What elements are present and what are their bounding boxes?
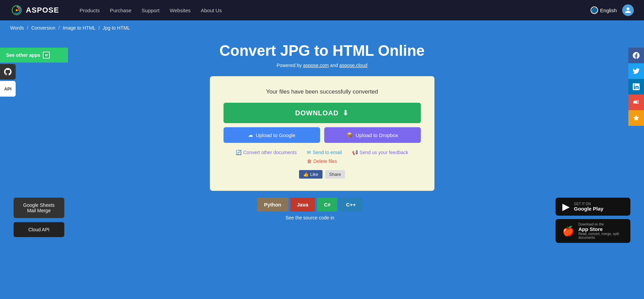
megaphone-button[interactable]: [628, 95, 644, 110]
cloud-buttons: ☁ Upload to Google 📦 Upload to Dropbox: [224, 127, 421, 143]
main-content: Convert JPG to HTML Online Powered by as…: [0, 35, 644, 260]
app-store-text: Download on the App Store Read, convert,…: [578, 222, 624, 239]
apple-icon: 🍎: [562, 226, 574, 237]
feedback-link[interactable]: 📢 Send us your feedback: [352, 150, 408, 155]
breadcrumb-sep2: /: [59, 25, 61, 31]
page-title: Convert JPG to HTML Online: [219, 42, 425, 59]
twitter-icon: [633, 68, 640, 74]
upload-dropbox-label: Upload to Dropbox: [356, 132, 398, 138]
google-play-main: Google Play: [574, 206, 604, 212]
left-bottom-buttons: Google Sheets Mail Merge Cloud API: [14, 198, 64, 237]
nav-about[interactable]: About Us: [201, 7, 222, 13]
svg-point-1: [16, 9, 18, 11]
megaphone-icon: [633, 99, 640, 106]
aspose-cloud-link[interactable]: aspose.cloud: [339, 63, 367, 68]
google-play-icon: ▶: [562, 201, 570, 212]
like-label: Like: [310, 172, 318, 177]
app-store-section: ▶ GET IT ON Google Play 🍎 Download on th…: [556, 198, 630, 243]
breadcrumb-image-to-html[interactable]: Image to HTML: [63, 25, 95, 31]
breadcrumb-conversion[interactable]: Conversion: [31, 25, 55, 31]
and-text: and: [329, 63, 339, 68]
nav-links: Products Purchase Support Websites About…: [80, 7, 222, 13]
aspose-com-link[interactable]: aspose.com: [303, 63, 329, 68]
see-other-apps-button[interactable]: See other apps W: [0, 48, 68, 63]
see-other-apps-label: See other apps: [6, 52, 40, 58]
github-icon: [4, 68, 12, 76]
nav-right: 🌐 English: [591, 4, 634, 16]
app-store-desc: Read, convert, merge, split documents: [578, 232, 624, 239]
breadcrumb-sep1: /: [27, 25, 30, 31]
success-message: Your files have been successfully conver…: [224, 88, 421, 95]
fb-like-button[interactable]: 👍 Like: [299, 170, 323, 179]
google-sheets-line2: Mail Merge: [27, 208, 51, 213]
python-button[interactable]: Python: [257, 198, 288, 212]
dropbox-icon: 📦: [346, 132, 353, 138]
globe-icon: 🌐: [591, 6, 598, 14]
api-button[interactable]: API: [0, 81, 16, 97]
user-avatar[interactable]: [622, 4, 634, 16]
google-sheets-line1: Google Sheets: [23, 202, 55, 208]
download-icon: ⬇: [343, 109, 349, 117]
facebook-button[interactable]: [628, 48, 644, 63]
send-email-label: Send to email: [313, 150, 342, 155]
action-links: 🔄 Convert other documents ✉ Send to emai…: [224, 150, 421, 164]
doc-icon: W: [43, 52, 50, 59]
powered-by: Powered by aspose.com and aspose.cloud: [277, 63, 367, 68]
breadcrumb-words[interactable]: Words: [10, 25, 24, 31]
brand-name: ASPOSE: [26, 6, 59, 15]
download-label: DOWNLOAD: [295, 109, 339, 117]
language-label: English: [600, 7, 617, 13]
language-button[interactable]: 🌐 English: [591, 6, 617, 14]
java-button[interactable]: Java: [290, 198, 315, 212]
source-code-label: See the source code in: [257, 215, 363, 220]
email-icon: ✉: [307, 150, 311, 155]
bottom-section: Google Sheets Mail Merge Cloud API Pytho…: [0, 191, 644, 250]
share-label: Share: [329, 172, 341, 177]
nav-products[interactable]: Products: [80, 7, 100, 13]
upload-google-button[interactable]: ☁ Upload to Google: [224, 127, 320, 143]
delete-icon: 🗑: [307, 159, 312, 164]
linkedin-icon: [633, 83, 640, 90]
app-store-main: App Store: [578, 226, 624, 232]
google-play-sub: GET IT ON: [574, 202, 604, 206]
delete-link[interactable]: 🗑 Delete files: [307, 159, 337, 164]
breadcrumb: Words / Conversion / Image to HTML / Jpg…: [0, 20, 644, 35]
feedback-icon: 📢: [352, 150, 358, 155]
convert-other-icon: 🔄: [236, 150, 242, 155]
download-button[interactable]: DOWNLOAD ⬇: [224, 103, 421, 123]
app-store-button[interactable]: 🍎 Download on the App Store Read, conver…: [556, 219, 630, 243]
language-buttons: Python Java C# C++: [257, 198, 363, 212]
fb-like-area: 👍 Like Share: [224, 170, 421, 179]
breadcrumb-sep3: /: [98, 25, 101, 31]
convert-other-link[interactable]: 🔄 Convert other documents: [236, 150, 297, 155]
left-sidebar: See other apps W API: [0, 48, 68, 97]
facebook-icon: [633, 52, 640, 59]
fb-share-button[interactable]: Share: [325, 170, 345, 179]
feedback-label: Send us your feedback: [360, 150, 408, 155]
brand-logo[interactable]: ASPOSE: [10, 4, 59, 17]
google-play-button[interactable]: ▶ GET IT ON Google Play: [556, 198, 630, 216]
cpp-button[interactable]: C++: [339, 198, 362, 212]
cloud-api-button[interactable]: Cloud API: [14, 222, 64, 237]
right-sidebar: [628, 48, 644, 126]
nav-purchase[interactable]: Purchase: [110, 7, 131, 13]
convert-other-label: Convert other documents: [243, 150, 297, 155]
nav-support[interactable]: Support: [142, 7, 160, 13]
breadcrumb-jpg-to-html[interactable]: Jpg to HTML: [103, 25, 130, 31]
github-button[interactable]: [0, 64, 16, 80]
csharp-button[interactable]: C#: [317, 198, 337, 212]
delete-label: Delete files: [313, 159, 337, 164]
upload-google-label: Upload to Google: [256, 132, 296, 138]
app-store-sub: Download on the: [578, 222, 624, 226]
send-email-link[interactable]: ✉ Send to email: [307, 150, 342, 155]
api-label: API: [4, 86, 12, 92]
star-button[interactable]: [628, 110, 644, 126]
cloud-api-label: Cloud API: [28, 227, 49, 232]
upload-dropbox-button[interactable]: 📦 Upload to Dropbox: [324, 127, 421, 143]
google-sheets-button[interactable]: Google Sheets Mail Merge: [14, 198, 64, 218]
twitter-button[interactable]: [628, 63, 644, 79]
google-play-text: GET IT ON Google Play: [574, 202, 604, 212]
linkedin-button[interactable]: [628, 79, 644, 95]
nav-websites[interactable]: Websites: [170, 7, 191, 13]
conversion-box: Your files have been successfully conver…: [210, 76, 434, 191]
